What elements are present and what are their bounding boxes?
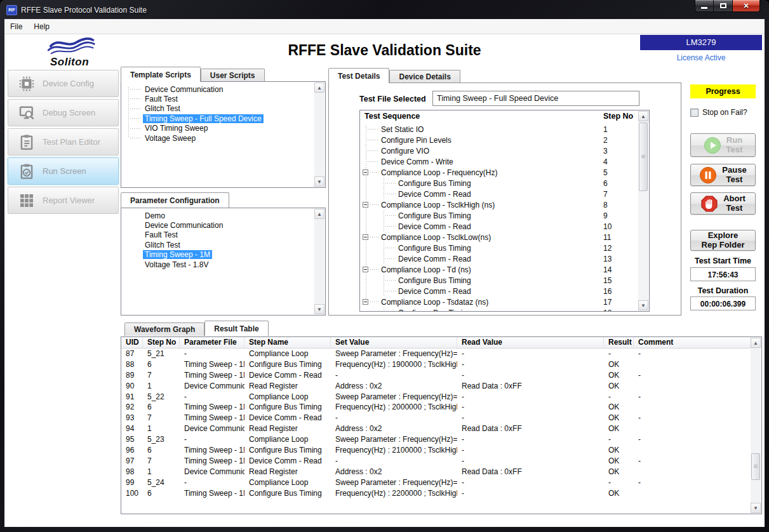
collapse-minus-icon[interactable] <box>363 299 368 305</box>
table-row[interactable]: 94 1 Device Communication Read Register … <box>121 423 751 434</box>
table-row[interactable]: 88 6 Timing Sweep - 1M Configure Bus Tim… <box>121 359 751 370</box>
test-file-input[interactable] <box>432 91 639 106</box>
pause-test-button[interactable]: PauseTest <box>690 164 756 186</box>
collapse-minus-icon[interactable] <box>363 234 368 240</box>
script-list-item[interactable]: Timing Sweep - Full Speed Device <box>123 114 314 123</box>
test-sequence-item[interactable]: Configure Bus Timing 18 <box>360 307 638 311</box>
test-detail-tab[interactable]: Test Details <box>328 68 389 83</box>
scripts-tab[interactable]: User Scripts <box>201 69 265 82</box>
progress-banner: Progress <box>690 84 756 98</box>
col-header-step-no[interactable]: Step No <box>143 337 180 348</box>
test-sequence-item[interactable]: Configure Bus Timing 15 <box>360 275 638 286</box>
test-sequence-item[interactable]: Compliance Loop - TsclkLow(ns) 11 <box>360 232 638 243</box>
test-sequence-item[interactable]: Configure Bus Timing 9 <box>360 210 638 221</box>
tree-line <box>384 221 384 232</box>
scroll-down-arrow[interactable]: ▼ <box>751 503 761 513</box>
menu-item[interactable]: File <box>4 19 28 34</box>
col-header-set-value[interactable]: Set Value <box>331 337 457 348</box>
sidebar-item-run-screen[interactable]: Run Screen <box>8 157 119 185</box>
tree-line <box>384 178 384 189</box>
test-sequence-item[interactable]: Compliance Loop - Td (ns) 14 <box>360 264 638 275</box>
test-sequence-item[interactable]: Configure Pin Levels 2 <box>360 135 638 145</box>
explore-rep-folder-button[interactable]: ExploreRep Folder <box>690 230 756 251</box>
table-row[interactable]: 95 5_23 - Compliance Loop Sweep Paramete… <box>121 434 751 445</box>
col-header-result[interactable]: Result <box>604 337 634 348</box>
script-list-item[interactable]: Device Communication <box>123 84 314 94</box>
parameter-list-item[interactable]: Timing Sweep - 1M <box>123 250 314 260</box>
table-row[interactable]: 93 7 Timing Sweep - 1M Device Comm - Rea… <box>121 413 751 423</box>
col-header-step-name[interactable]: Step Name <box>244 337 331 348</box>
sidebar-item-debug-screen[interactable]: Debug Screen <box>8 99 119 126</box>
parameter-list-item[interactable]: Glitch Test <box>123 240 314 249</box>
logo-text: Soliton <box>33 56 106 69</box>
test-sequence-item[interactable]: Device Comm - Write 4 <box>360 156 638 167</box>
script-list-item[interactable]: Voltage Sweep <box>123 133 314 143</box>
test-sequence-item[interactable]: Device Comm - Read 13 <box>360 253 638 264</box>
script-list-item[interactable]: Fault Test <box>123 94 314 103</box>
test-sequence-item[interactable]: Device Comm - Read 10 <box>360 221 638 232</box>
test-detail-tab[interactable]: Device Details <box>389 70 460 83</box>
sidebar-item-device-config[interactable]: Device Config <box>8 70 119 97</box>
maximize-button[interactable] <box>714 0 732 12</box>
scroll-up-arrow[interactable]: ▲ <box>314 209 324 219</box>
script-list-item[interactable]: VIO Timing Sweep <box>123 124 314 133</box>
sidebar-item-test-plan-editor[interactable]: Test Plan Editor <box>8 128 119 156</box>
results-tab[interactable]: Result Table <box>204 321 268 336</box>
scroll-down-arrow[interactable]: ▼ <box>314 304 324 314</box>
scroll-down-arrow[interactable]: ▼ <box>638 300 648 310</box>
collapse-minus-icon[interactable] <box>363 267 368 272</box>
table-row[interactable]: 92 6 Timing Sweep - 1M Configure Bus Tim… <box>121 402 751 413</box>
app-window: RF RFFE Slave Protocol Validation Suite … <box>0 0 769 532</box>
title-bar: RF RFFE Slave Protocol Validation Suite … <box>0 0 769 19</box>
test-sequence-item[interactable]: Compliance Loop - TsclkHigh (ns) 8 <box>360 199 638 210</box>
table-row[interactable]: 100 6 Timing Sweep - 1M Configure Bus Ti… <box>121 488 751 499</box>
test-sequence-item[interactable]: Configure Bus Timing 12 <box>360 243 638 253</box>
scripts-tab[interactable]: Template Scripts <box>121 67 201 82</box>
col-header-comment[interactable]: Comment <box>634 337 751 348</box>
parameter-list-item[interactable]: Fault Test <box>123 230 314 240</box>
scroll-down-arrow[interactable]: ▼ <box>314 176 324 187</box>
test-sequence-item[interactable]: Configure VIO 3 <box>360 145 638 156</box>
table-row[interactable]: 89 7 Timing Sweep - 1M Device Comm - Rea… <box>121 370 751 381</box>
test-sequence-item[interactable]: Compliance Loop - Frequency(Hz) 5 <box>360 167 638 178</box>
table-row[interactable]: 97 7 Timing Sweep - 1M Device Comm - Rea… <box>121 456 751 467</box>
test-sequence-item[interactable]: Compliance Loop - Tsdataz (ns) 17 <box>360 296 638 307</box>
close-button[interactable]: ✕ <box>732 0 760 12</box>
table-row[interactable]: 99 5_24 - Compliance Loop Sweep Paramete… <box>121 477 751 488</box>
parameter-list-item[interactable]: Device Communication <box>123 220 314 230</box>
table-row[interactable]: 87 5_21 - Compliance Loop Sweep Paramete… <box>121 349 751 359</box>
collapse-minus-icon[interactable] <box>363 202 368 208</box>
clipboard-list-icon <box>17 133 36 152</box>
sidebar-item-label: Report Viewer <box>43 196 95 205</box>
run-test-button[interactable]: RunTest <box>690 133 756 157</box>
menu-item[interactable]: Help <box>28 19 55 34</box>
results-tab[interactable]: Waveform Graph <box>124 323 204 336</box>
scroll-thumb[interactable] <box>639 123 648 191</box>
collapse-minus-icon[interactable] <box>363 170 368 175</box>
scroll-up-arrow[interactable]: ▲ <box>314 83 324 93</box>
scripts-list-rows: Device CommunicationFault TestGlitch Tes… <box>123 84 314 186</box>
table-row[interactable]: 96 6 Timing Sweep - 1M Configure Bus Tim… <box>121 445 751 456</box>
test-sequence-item[interactable]: Configure Bus Timing 6 <box>360 178 638 189</box>
minimize-button[interactable] <box>695 0 714 12</box>
parameter-list-item[interactable]: Demo <box>123 211 314 220</box>
license-status-link[interactable]: License Active <box>640 53 762 62</box>
test-sequence-item[interactable]: Device Comm - Read 16 <box>360 286 638 296</box>
table-row[interactable]: 91 5_22 - Compliance Loop Sweep Paramete… <box>121 392 751 402</box>
scroll-up-arrow[interactable]: ▲ <box>638 111 648 121</box>
table-row[interactable]: 98 1 Device Communication Read Register … <box>121 467 751 477</box>
col-header-read-value[interactable]: Read Value <box>457 337 604 348</box>
test-sequence-item[interactable]: Device Comm - Read 7 <box>360 189 638 199</box>
col-header-parameter-file[interactable]: Parameter File <box>180 337 244 348</box>
tab-parameter-configuration[interactable]: Parameter Configuration <box>121 192 229 208</box>
stop-on-fail-checkbox[interactable] <box>690 109 699 117</box>
test-sequence-item[interactable]: Set Static IO 1 <box>360 124 638 135</box>
abort-test-button[interactable]: AbortTest <box>690 192 756 215</box>
table-row[interactable]: 90 1 Device Communication Read Register … <box>121 381 751 392</box>
sidebar-item-report-viewer[interactable]: Report Viewer <box>8 187 119 214</box>
script-list-item[interactable]: Glitch Test <box>123 104 314 114</box>
col-header-uid[interactable]: UID <box>121 337 143 348</box>
parameter-list-item[interactable]: Voltage Test - 1.8V <box>123 260 314 269</box>
scroll-up-arrow[interactable]: ▲ <box>751 338 761 348</box>
scroll-thumb[interactable] <box>751 453 760 480</box>
